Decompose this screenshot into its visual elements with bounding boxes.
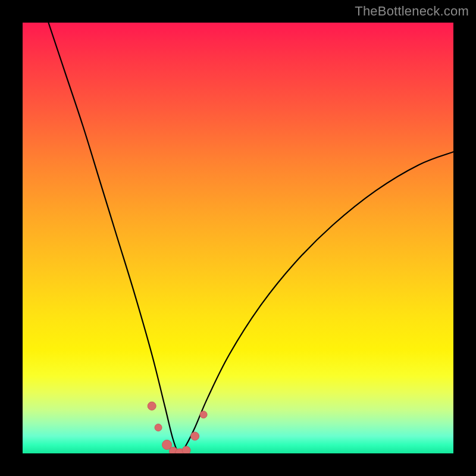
watermark-text: TheBottleneck.com xyxy=(355,4,469,19)
bottom-dot xyxy=(155,424,162,431)
bottleneck-curve xyxy=(48,23,453,453)
chart-frame: TheBottleneck.com xyxy=(0,0,476,476)
curve-layer xyxy=(23,23,453,453)
plot-area xyxy=(23,23,453,453)
bottom-dots-group xyxy=(148,402,207,453)
bottom-dot xyxy=(191,432,199,440)
bottom-dot xyxy=(148,402,156,410)
bottom-dot xyxy=(200,411,207,418)
bottom-dot xyxy=(182,446,190,453)
